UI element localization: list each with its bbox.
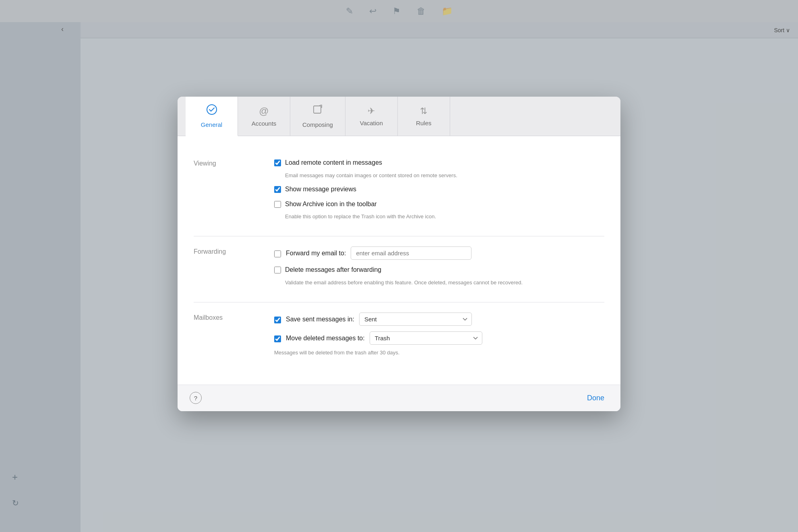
modal-body: Viewing Load remote content in messages …: [178, 136, 620, 385]
show-archive-row: Show Archive icon in the toolbar: [274, 200, 604, 209]
forward-email-checkbox[interactable]: [274, 250, 281, 257]
tab-general[interactable]: General: [186, 97, 238, 136]
show-archive-sublabel: Enable this option to replace the Trash …: [285, 213, 604, 221]
accounts-tab-icon: @: [259, 106, 269, 117]
save-sent-checkbox[interactable]: [274, 317, 281, 323]
viewing-label: Viewing: [194, 158, 274, 226]
svg-rect-1: [314, 106, 321, 113]
accounts-tab-label: Accounts: [252, 120, 277, 127]
forward-email-input[interactable]: [351, 246, 471, 260]
composing-tab-icon: [312, 105, 323, 118]
tab-rules[interactable]: ⇅ Rules: [398, 97, 450, 136]
viewing-content: Load remote content in messages Email me…: [274, 158, 604, 226]
delete-after-forwarding-row: Delete messages after forwarding: [274, 265, 604, 274]
modal-overlay: General @ Accounts Composing ✈ Vacation: [0, 0, 798, 532]
forwarding-content: Forward my email to: Delete messages aft…: [274, 246, 604, 292]
load-remote-row: Load remote content in messages: [274, 158, 604, 167]
delete-forwarding-checkbox[interactable]: [274, 267, 281, 273]
settings-modal: General @ Accounts Composing ✈ Vacation: [178, 97, 620, 411]
show-previews-row: Show message previews: [274, 185, 604, 194]
move-deleted-label: Move deleted messages to:: [286, 334, 365, 343]
move-deleted-checkbox[interactable]: [274, 335, 281, 342]
help-button[interactable]: ?: [190, 392, 202, 404]
show-previews-checkbox[interactable]: [274, 186, 281, 193]
general-tab-icon: [206, 104, 217, 118]
load-remote-checkbox[interactable]: [274, 159, 281, 166]
mailboxes-label: Mailboxes: [194, 313, 274, 362]
forwarding-label: Forwarding: [194, 246, 274, 292]
move-deleted-dropdown[interactable]: Trash Archive: [370, 331, 482, 345]
tab-accounts[interactable]: @ Accounts: [238, 97, 290, 136]
forward-email-label: Forward my email to:: [286, 249, 346, 258]
show-previews-label: Show message previews: [285, 185, 356, 194]
mailboxes-content: Save sent messages in: Sent Drafts Move …: [274, 313, 604, 362]
done-button[interactable]: Done: [583, 391, 608, 405]
vacation-tab-icon: ✈: [368, 106, 375, 116]
rules-tab-icon: ⇅: [420, 106, 427, 116]
forward-row: Forward my email to:: [274, 246, 604, 260]
load-remote-sublabel: Email messages may contain images or con…: [285, 172, 604, 180]
composing-tab-label: Composing: [302, 121, 333, 128]
tab-composing[interactable]: Composing: [290, 97, 345, 136]
save-sent-row: Save sent messages in: Sent Drafts: [274, 313, 604, 326]
rules-tab-label: Rules: [416, 120, 431, 126]
modal-footer: ? Done: [178, 385, 620, 411]
delete-forwarding-label: Delete messages after forwarding: [285, 265, 381, 274]
forwarding-section: Forwarding Forward my email to: Delete m…: [194, 236, 604, 302]
tab-vacation[interactable]: ✈ Vacation: [345, 97, 398, 136]
viewing-section: Viewing Load remote content in messages …: [194, 148, 604, 236]
show-archive-label: Show Archive icon in the toolbar: [285, 200, 377, 209]
show-archive-checkbox[interactable]: [274, 201, 281, 208]
general-tab-label: General: [201, 121, 222, 128]
tab-bar: General @ Accounts Composing ✈ Vacation: [178, 97, 620, 136]
delete-forwarding-sublabel: Validate the email address before enabli…: [285, 279, 604, 287]
trash-note: Messages will be deleted from the trash …: [274, 349, 604, 357]
save-sent-dropdown[interactable]: Sent Drafts: [359, 313, 472, 326]
mailboxes-section: Mailboxes Save sent messages in: Sent Dr…: [194, 302, 604, 373]
vacation-tab-label: Vacation: [360, 120, 383, 126]
move-deleted-row: Move deleted messages to: Trash Archive: [274, 331, 604, 345]
save-sent-label: Save sent messages in:: [286, 315, 354, 324]
svg-point-0: [207, 105, 217, 114]
load-remote-label: Load remote content in messages: [285, 158, 382, 167]
